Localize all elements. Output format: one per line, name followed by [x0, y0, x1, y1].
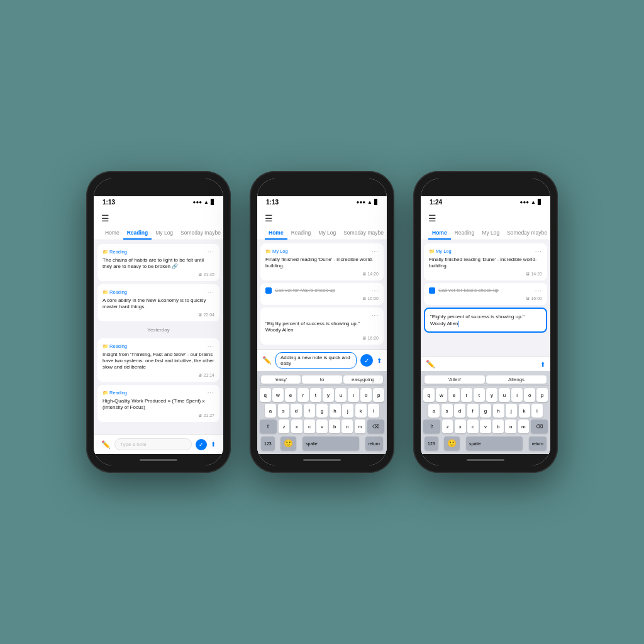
kb-emoji-3[interactable]: 🙂 — [444, 436, 460, 450]
kb-k-2[interactable]: k — [355, 404, 367, 418]
dots-2-3[interactable]: ··· — [372, 312, 379, 319]
kb-j-3[interactable]: j — [506, 404, 517, 418]
tab-reading-3[interactable]: Reading — [451, 227, 479, 240]
checkbox-2-2[interactable] — [265, 287, 272, 294]
kb-e-2[interactable]: e — [285, 388, 296, 402]
kb-return-2[interactable]: return — [365, 436, 383, 450]
tab-someday-2[interactable]: Someday maybe — [340, 227, 387, 240]
kb-u-2[interactable]: u — [335, 388, 347, 402]
kb-y-3[interactable]: y — [486, 388, 497, 402]
kb-return-3[interactable]: return — [529, 436, 547, 450]
kb-a-2[interactable]: a — [265, 404, 276, 418]
kb-delete-2[interactable]: ⌫ — [367, 419, 384, 433]
share-icon-1[interactable]: ⬆ — [211, 441, 216, 448]
kb-h-2[interactable]: h — [330, 404, 341, 418]
kb-shift-3[interactable]: ⇧ — [423, 419, 440, 433]
compose-icon-1[interactable]: ✏️ — [101, 440, 111, 449]
note-input-2[interactable]: Adding a new note is quick and easy — [275, 352, 357, 369]
kb-suggest-easygoing-2[interactable]: easygoing — [343, 375, 383, 384]
kb-k-3[interactable]: k — [519, 404, 530, 418]
kb-space-3[interactable]: spatie — [466, 436, 523, 450]
kb-q-3[interactable]: q — [423, 388, 435, 402]
kb-b-3[interactable]: b — [492, 419, 504, 433]
kb-o-2[interactable]: o — [360, 388, 372, 402]
kb-g-2[interactable]: g — [316, 404, 328, 418]
tab-home-3[interactable]: Home — [428, 227, 451, 240]
compose-icon-2[interactable]: ✏️ — [262, 356, 272, 365]
tab-reading-2[interactable]: Reading — [287, 227, 315, 240]
kb-p-2[interactable]: p — [373, 388, 384, 402]
dots-1-4[interactable]: ··· — [208, 389, 214, 396]
kb-f-3[interactable]: f — [467, 404, 479, 418]
kb-e-3[interactable]: e — [448, 388, 460, 402]
kb-v-3[interactable]: v — [480, 419, 491, 433]
kb-h-3[interactable]: h — [493, 404, 504, 418]
kb-123-2[interactable]: 123 — [261, 436, 275, 450]
kb-r-2[interactable]: r — [297, 388, 309, 402]
kb-l-2[interactable]: l — [368, 404, 379, 418]
compose-icon-3[interactable]: ✏️ — [426, 360, 435, 369]
kb-m-2[interactable]: m — [355, 419, 366, 433]
kb-z-2[interactable]: z — [279, 419, 290, 433]
kb-v-2[interactable]: v — [316, 419, 328, 433]
tab-home-2[interactable]: Home — [265, 227, 287, 240]
kb-space-2[interactable]: spatie — [303, 436, 359, 450]
note-input-3[interactable] — [439, 362, 536, 366]
send-button-1[interactable]: ✓ — [196, 439, 207, 450]
kb-n-2[interactable]: n — [341, 419, 353, 433]
kb-r-3[interactable]: r — [461, 388, 472, 402]
kb-shift-2[interactable]: ⇧ — [260, 419, 277, 433]
kb-t-3[interactable]: t — [474, 388, 485, 402]
kb-q-2[interactable]: q — [260, 388, 271, 402]
dots-2-2[interactable]: ··· — [372, 287, 379, 294]
kb-w-3[interactable]: w — [436, 388, 447, 402]
kb-a-3[interactable]: a — [428, 404, 440, 418]
kb-d-2[interactable]: d — [291, 404, 302, 418]
dots-3-2[interactable]: ··· — [535, 287, 542, 294]
kb-suggest-allen-3[interactable]: 'Allen' — [425, 375, 485, 384]
kb-b-2[interactable]: b — [329, 419, 340, 433]
send-button-2[interactable]: ✓ — [360, 354, 373, 367]
kb-suggest-allengs-3[interactable]: Allengs — [486, 375, 547, 384]
tab-someday-3[interactable]: Someday maybe — [503, 227, 550, 240]
tab-mylog-2[interactable]: My Log — [314, 227, 340, 240]
kb-d-3[interactable]: d — [454, 404, 465, 418]
hamburger-icon-1[interactable]: ☰ — [101, 212, 216, 225]
kb-c-3[interactable]: c — [467, 419, 479, 433]
kb-g-3[interactable]: g — [480, 404, 491, 418]
kb-t-2[interactable]: t — [310, 388, 321, 402]
kb-delete-3[interactable]: ⌫ — [531, 419, 548, 433]
dots-2-1[interactable]: ··· — [372, 248, 379, 255]
kb-suggest-to-2[interactable]: to — [302, 375, 341, 384]
kb-emoji-2[interactable]: 🙂 — [280, 436, 296, 450]
kb-j-2[interactable]: j — [342, 404, 353, 418]
kb-n-3[interactable]: n — [505, 419, 516, 433]
kb-123-3[interactable]: 123 — [425, 436, 438, 450]
kb-c-2[interactable]: c — [304, 419, 315, 433]
kb-z-3[interactable]: z — [442, 419, 453, 433]
kb-y-2[interactable]: y — [323, 388, 334, 402]
note-active-input-3[interactable]: "Eighty percent of success is showing up… — [424, 308, 547, 333]
kb-f-2[interactable]: f — [304, 404, 315, 418]
hamburger-icon-2[interactable]: ☰ — [265, 212, 379, 225]
dots-1-1[interactable]: ··· — [208, 248, 214, 255]
kb-x-2[interactable]: x — [291, 419, 303, 433]
kb-i-2[interactable]: i — [348, 388, 359, 402]
kb-i-3[interactable]: i — [511, 388, 523, 402]
tab-reading-1[interactable]: Reading — [123, 227, 152, 240]
kb-s-2[interactable]: s — [278, 404, 289, 418]
kb-suggest-easy-2[interactable]: 'easy' — [261, 375, 301, 384]
kb-w-2[interactable]: w — [272, 388, 284, 402]
note-input-1[interactable]: Type a note — [114, 438, 192, 450]
kb-m-3[interactable]: m — [518, 419, 530, 433]
dots-3-1[interactable]: ··· — [535, 248, 542, 255]
dots-1-3[interactable]: ··· — [208, 343, 214, 350]
tab-someday-1[interactable]: Someday maybe — [177, 227, 223, 240]
share-icon-2[interactable]: ⬆ — [377, 357, 382, 364]
checkbox-3-2[interactable] — [429, 287, 435, 294]
hamburger-icon-3[interactable]: ☰ — [428, 212, 543, 225]
tab-home-1[interactable]: Home — [101, 227, 123, 240]
tab-mylog-3[interactable]: My Log — [478, 227, 503, 240]
kb-x-3[interactable]: x — [455, 419, 466, 433]
kb-o-3[interactable]: o — [524, 388, 535, 402]
